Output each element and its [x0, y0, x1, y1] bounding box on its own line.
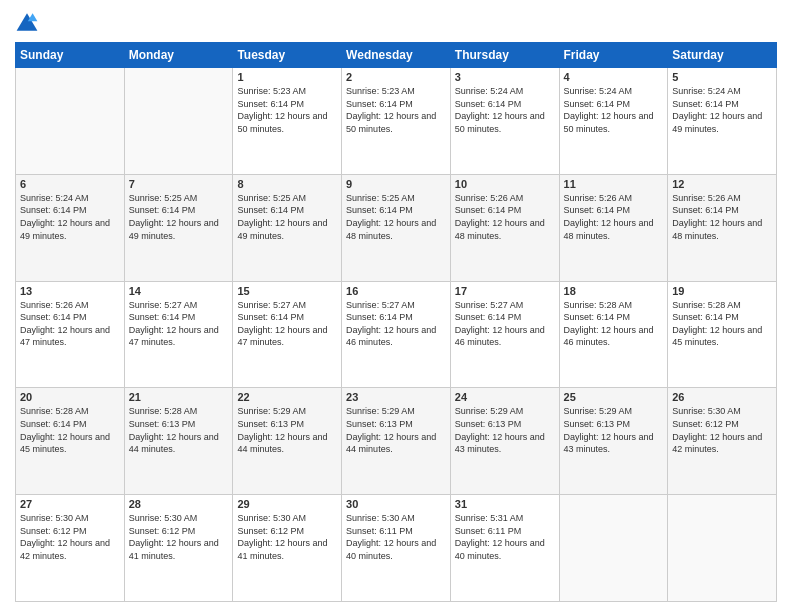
- weekday-header-saturday: Saturday: [668, 43, 777, 68]
- day-number: 2: [346, 71, 446, 83]
- calendar-cell: 9Sunrise: 5:25 AM Sunset: 6:14 PM Daylig…: [342, 174, 451, 281]
- calendar-cell: 18Sunrise: 5:28 AM Sunset: 6:14 PM Dayli…: [559, 281, 668, 388]
- day-number: 16: [346, 285, 446, 297]
- day-number: 28: [129, 498, 229, 510]
- calendar-cell: [668, 495, 777, 602]
- calendar-week-3: 20Sunrise: 5:28 AM Sunset: 6:14 PM Dayli…: [16, 388, 777, 495]
- day-info: Sunrise: 5:26 AM Sunset: 6:14 PM Dayligh…: [455, 192, 555, 242]
- day-number: 21: [129, 391, 229, 403]
- weekday-header-tuesday: Tuesday: [233, 43, 342, 68]
- day-info: Sunrise: 5:30 AM Sunset: 6:11 PM Dayligh…: [346, 512, 446, 562]
- day-info: Sunrise: 5:29 AM Sunset: 6:13 PM Dayligh…: [346, 405, 446, 455]
- day-number: 24: [455, 391, 555, 403]
- calendar-cell: [16, 68, 125, 175]
- day-number: 3: [455, 71, 555, 83]
- calendar-cell: 25Sunrise: 5:29 AM Sunset: 6:13 PM Dayli…: [559, 388, 668, 495]
- logo-icon: [15, 10, 39, 34]
- day-number: 6: [20, 178, 120, 190]
- day-number: 4: [564, 71, 664, 83]
- calendar-cell: 28Sunrise: 5:30 AM Sunset: 6:12 PM Dayli…: [124, 495, 233, 602]
- day-info: Sunrise: 5:30 AM Sunset: 6:12 PM Dayligh…: [672, 405, 772, 455]
- day-number: 13: [20, 285, 120, 297]
- day-number: 11: [564, 178, 664, 190]
- day-info: Sunrise: 5:24 AM Sunset: 6:14 PM Dayligh…: [455, 85, 555, 135]
- day-info: Sunrise: 5:29 AM Sunset: 6:13 PM Dayligh…: [564, 405, 664, 455]
- calendar-cell: 8Sunrise: 5:25 AM Sunset: 6:14 PM Daylig…: [233, 174, 342, 281]
- calendar-cell: 30Sunrise: 5:30 AM Sunset: 6:11 PM Dayli…: [342, 495, 451, 602]
- day-number: 29: [237, 498, 337, 510]
- day-info: Sunrise: 5:24 AM Sunset: 6:14 PM Dayligh…: [20, 192, 120, 242]
- day-number: 7: [129, 178, 229, 190]
- day-info: Sunrise: 5:29 AM Sunset: 6:13 PM Dayligh…: [237, 405, 337, 455]
- day-info: Sunrise: 5:28 AM Sunset: 6:14 PM Dayligh…: [564, 299, 664, 349]
- day-number: 5: [672, 71, 772, 83]
- calendar-cell: 24Sunrise: 5:29 AM Sunset: 6:13 PM Dayli…: [450, 388, 559, 495]
- day-info: Sunrise: 5:24 AM Sunset: 6:14 PM Dayligh…: [564, 85, 664, 135]
- calendar-cell: 4Sunrise: 5:24 AM Sunset: 6:14 PM Daylig…: [559, 68, 668, 175]
- calendar-cell: 22Sunrise: 5:29 AM Sunset: 6:13 PM Dayli…: [233, 388, 342, 495]
- day-info: Sunrise: 5:29 AM Sunset: 6:13 PM Dayligh…: [455, 405, 555, 455]
- calendar-week-1: 6Sunrise: 5:24 AM Sunset: 6:14 PM Daylig…: [16, 174, 777, 281]
- day-info: Sunrise: 5:27 AM Sunset: 6:14 PM Dayligh…: [455, 299, 555, 349]
- calendar-cell: 21Sunrise: 5:28 AM Sunset: 6:13 PM Dayli…: [124, 388, 233, 495]
- day-number: 10: [455, 178, 555, 190]
- day-info: Sunrise: 5:28 AM Sunset: 6:13 PM Dayligh…: [129, 405, 229, 455]
- day-info: Sunrise: 5:23 AM Sunset: 6:14 PM Dayligh…: [237, 85, 337, 135]
- calendar-cell: 19Sunrise: 5:28 AM Sunset: 6:14 PM Dayli…: [668, 281, 777, 388]
- day-number: 17: [455, 285, 555, 297]
- calendar-cell: 29Sunrise: 5:30 AM Sunset: 6:12 PM Dayli…: [233, 495, 342, 602]
- calendar-cell: 15Sunrise: 5:27 AM Sunset: 6:14 PM Dayli…: [233, 281, 342, 388]
- day-number: 23: [346, 391, 446, 403]
- calendar-week-4: 27Sunrise: 5:30 AM Sunset: 6:12 PM Dayli…: [16, 495, 777, 602]
- day-info: Sunrise: 5:26 AM Sunset: 6:14 PM Dayligh…: [672, 192, 772, 242]
- day-info: Sunrise: 5:25 AM Sunset: 6:14 PM Dayligh…: [129, 192, 229, 242]
- day-info: Sunrise: 5:24 AM Sunset: 6:14 PM Dayligh…: [672, 85, 772, 135]
- day-info: Sunrise: 5:26 AM Sunset: 6:14 PM Dayligh…: [20, 299, 120, 349]
- day-info: Sunrise: 5:25 AM Sunset: 6:14 PM Dayligh…: [346, 192, 446, 242]
- day-number: 15: [237, 285, 337, 297]
- calendar-cell: 11Sunrise: 5:26 AM Sunset: 6:14 PM Dayli…: [559, 174, 668, 281]
- day-number: 19: [672, 285, 772, 297]
- day-info: Sunrise: 5:31 AM Sunset: 6:11 PM Dayligh…: [455, 512, 555, 562]
- calendar-cell: 20Sunrise: 5:28 AM Sunset: 6:14 PM Dayli…: [16, 388, 125, 495]
- day-number: 20: [20, 391, 120, 403]
- day-number: 30: [346, 498, 446, 510]
- day-info: Sunrise: 5:23 AM Sunset: 6:14 PM Dayligh…: [346, 85, 446, 135]
- calendar-cell: 5Sunrise: 5:24 AM Sunset: 6:14 PM Daylig…: [668, 68, 777, 175]
- day-number: 27: [20, 498, 120, 510]
- day-info: Sunrise: 5:27 AM Sunset: 6:14 PM Dayligh…: [129, 299, 229, 349]
- calendar-cell: 31Sunrise: 5:31 AM Sunset: 6:11 PM Dayli…: [450, 495, 559, 602]
- weekday-header-wednesday: Wednesday: [342, 43, 451, 68]
- day-number: 12: [672, 178, 772, 190]
- calendar-cell: 14Sunrise: 5:27 AM Sunset: 6:14 PM Dayli…: [124, 281, 233, 388]
- calendar-cell: 12Sunrise: 5:26 AM Sunset: 6:14 PM Dayli…: [668, 174, 777, 281]
- day-number: 26: [672, 391, 772, 403]
- calendar-week-0: 1Sunrise: 5:23 AM Sunset: 6:14 PM Daylig…: [16, 68, 777, 175]
- calendar-week-2: 13Sunrise: 5:26 AM Sunset: 6:14 PM Dayli…: [16, 281, 777, 388]
- weekday-header-thursday: Thursday: [450, 43, 559, 68]
- calendar-cell: 17Sunrise: 5:27 AM Sunset: 6:14 PM Dayli…: [450, 281, 559, 388]
- calendar-cell: 23Sunrise: 5:29 AM Sunset: 6:13 PM Dayli…: [342, 388, 451, 495]
- calendar-cell: [124, 68, 233, 175]
- day-number: 9: [346, 178, 446, 190]
- day-info: Sunrise: 5:27 AM Sunset: 6:14 PM Dayligh…: [346, 299, 446, 349]
- page: SundayMondayTuesdayWednesdayThursdayFrid…: [0, 0, 792, 612]
- calendar-cell: 26Sunrise: 5:30 AM Sunset: 6:12 PM Dayli…: [668, 388, 777, 495]
- day-number: 1: [237, 71, 337, 83]
- day-info: Sunrise: 5:30 AM Sunset: 6:12 PM Dayligh…: [129, 512, 229, 562]
- day-info: Sunrise: 5:27 AM Sunset: 6:14 PM Dayligh…: [237, 299, 337, 349]
- logo: [15, 10, 43, 34]
- header: [15, 10, 777, 34]
- calendar-cell: 7Sunrise: 5:25 AM Sunset: 6:14 PM Daylig…: [124, 174, 233, 281]
- day-info: Sunrise: 5:26 AM Sunset: 6:14 PM Dayligh…: [564, 192, 664, 242]
- day-info: Sunrise: 5:30 AM Sunset: 6:12 PM Dayligh…: [20, 512, 120, 562]
- day-info: Sunrise: 5:30 AM Sunset: 6:12 PM Dayligh…: [237, 512, 337, 562]
- day-number: 31: [455, 498, 555, 510]
- calendar-cell: 1Sunrise: 5:23 AM Sunset: 6:14 PM Daylig…: [233, 68, 342, 175]
- day-info: Sunrise: 5:28 AM Sunset: 6:14 PM Dayligh…: [672, 299, 772, 349]
- weekday-header-sunday: Sunday: [16, 43, 125, 68]
- day-info: Sunrise: 5:28 AM Sunset: 6:14 PM Dayligh…: [20, 405, 120, 455]
- day-number: 25: [564, 391, 664, 403]
- day-number: 18: [564, 285, 664, 297]
- day-number: 8: [237, 178, 337, 190]
